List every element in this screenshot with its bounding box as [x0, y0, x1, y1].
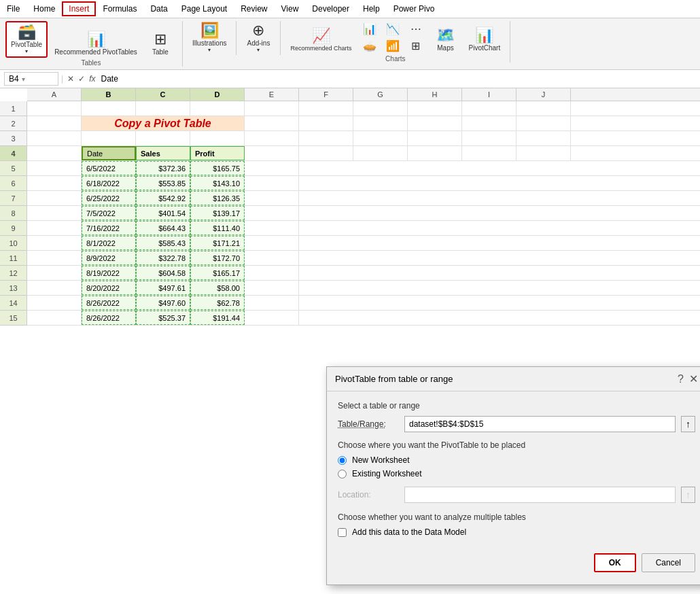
col-header-d[interactable]: D	[190, 88, 245, 101]
cell-d7[interactable]: $126.35	[190, 191, 245, 205]
cell-c8[interactable]: $401.54	[136, 206, 190, 220]
cell-d15[interactable]: $191.44	[190, 311, 245, 325]
recommended-pivottables-button[interactable]: 📊 Recommended PivotTables	[50, 30, 141, 58]
col-header-b[interactable]: B	[82, 88, 136, 101]
cell-b8[interactable]: 7/5/2022	[82, 206, 136, 220]
cell-e4[interactable]	[245, 146, 299, 160]
cell-e8[interactable]	[245, 206, 299, 220]
cell-b6[interactable]: 6/18/2022	[82, 176, 136, 190]
row-header-5[interactable]: 5	[0, 161, 27, 176]
cell-b14[interactable]: 8/26/2022	[82, 296, 136, 310]
cell-b4-header[interactable]: Date	[82, 146, 136, 160]
cell-c13[interactable]: $497.61	[136, 281, 190, 295]
col-header-i[interactable]: I	[462, 88, 517, 101]
line-chart-button[interactable]: 📉	[382, 21, 404, 37]
cell-d1[interactable]	[190, 101, 245, 116]
cell-f4[interactable]	[299, 146, 353, 160]
menu-formulas[interactable]: Formulas	[96, 1, 143, 16]
cell-e2[interactable]	[245, 116, 299, 130]
ok-button[interactable]: OK	[594, 553, 636, 572]
location-input[interactable]	[404, 487, 676, 503]
cell-d4-header[interactable]: Profit	[190, 146, 245, 160]
cell-i4[interactable]	[462, 146, 517, 160]
cell-a3[interactable]	[27, 131, 82, 145]
cell-e14[interactable]	[245, 296, 299, 310]
cell-b7[interactable]: 6/25/2022	[82, 191, 136, 205]
cancel-button[interactable]: Cancel	[642, 553, 695, 572]
col-header-a[interactable]: A	[27, 88, 82, 101]
cell-c7[interactable]: $542.92	[136, 191, 190, 205]
cell-j1[interactable]	[517, 101, 571, 116]
cell-g1[interactable]	[353, 101, 408, 116]
cell-a11[interactable]	[27, 251, 82, 265]
cell-i2[interactable]	[462, 116, 517, 130]
cell-a12[interactable]	[27, 266, 82, 280]
cell-e9[interactable]	[245, 221, 299, 235]
menu-pagelayout[interactable]: Page Layout	[175, 1, 234, 16]
cell-e13[interactable]	[245, 281, 299, 295]
cell-a13[interactable]	[27, 281, 82, 295]
col-header-f[interactable]: F	[299, 88, 353, 101]
cell-c11[interactable]: $322.78	[136, 251, 190, 265]
cell-j3[interactable]	[517, 131, 571, 145]
cell-b10[interactable]: 8/1/2022	[82, 236, 136, 250]
col-header-g[interactable]: G	[353, 88, 408, 101]
cell-d3[interactable]	[190, 131, 245, 145]
cell-c5[interactable]: $372.36	[136, 161, 190, 175]
menu-file[interactable]: File	[0, 1, 27, 16]
row-header-9[interactable]: 9	[0, 221, 27, 236]
maps-button[interactable]: 🗺️ Maps	[430, 26, 462, 54]
menu-help[interactable]: Help	[356, 1, 387, 16]
menu-review[interactable]: Review	[234, 1, 274, 16]
col-header-h[interactable]: H	[408, 88, 462, 101]
row-header-3[interactable]: 3	[0, 131, 27, 146]
cell-a10[interactable]	[27, 236, 82, 250]
cell-b3[interactable]	[82, 131, 136, 145]
area-chart-button[interactable]: 📶	[382, 38, 404, 54]
cell-c6[interactable]: $553.85	[136, 176, 190, 190]
cell-e1[interactable]	[245, 101, 299, 116]
cell-a15[interactable]	[27, 311, 82, 325]
cell-d8[interactable]: $139.17	[190, 206, 245, 220]
cell-c3[interactable]	[136, 131, 190, 145]
illustrations-button[interactable]: 🖼️ Illustrations ▾	[188, 21, 231, 55]
cell-b5[interactable]: 6/5/2022	[82, 161, 136, 175]
cell-b11[interactable]: 8/9/2022	[82, 251, 136, 265]
cell-a2[interactable]	[27, 116, 82, 130]
row-header-4[interactable]: 4	[0, 146, 27, 161]
cell-c4-header[interactable]: Sales	[136, 146, 190, 160]
cancel-formula-icon[interactable]: ✕	[67, 74, 74, 84]
cell-e7[interactable]	[245, 191, 299, 205]
cell-j4[interactable]	[517, 146, 571, 160]
menu-data[interactable]: Data	[143, 1, 174, 16]
cell-g4[interactable]	[353, 146, 408, 160]
cell-d6[interactable]: $143.10	[190, 176, 245, 190]
row-header-1[interactable]: 1	[0, 101, 27, 116]
cell-a5[interactable]	[27, 161, 82, 175]
menu-developer[interactable]: Developer	[305, 1, 356, 16]
row-header-12[interactable]: 12	[0, 266, 27, 281]
row-header-7[interactable]: 7	[0, 191, 27, 206]
cell-h4[interactable]	[408, 146, 462, 160]
table-button[interactable]: ⊞ Table	[144, 30, 177, 58]
confirm-formula-icon[interactable]: ✓	[78, 74, 85, 84]
addins-button[interactable]: ⊕ Add-ins ▾	[242, 21, 275, 55]
waterfall-chart-button[interactable]: ⊞	[405, 38, 427, 54]
cell-j2[interactable]	[517, 116, 571, 130]
dialog-table-range-input[interactable]	[404, 416, 676, 432]
row-header-13[interactable]: 13	[0, 281, 27, 296]
cell-b2-title[interactable]: Copy a Pivot Table	[82, 116, 245, 130]
dialog-help-button[interactable]: ?	[678, 373, 684, 385]
cell-e12[interactable]	[245, 266, 299, 280]
cell-d10[interactable]: $171.21	[190, 236, 245, 250]
cell-g3[interactable]	[353, 131, 408, 145]
cell-b15[interactable]: 8/26/2022	[82, 311, 136, 325]
cell-h3[interactable]	[408, 131, 462, 145]
cell-b13[interactable]: 8/20/2022	[82, 281, 136, 295]
scatter-chart-button[interactable]: ⋯	[405, 21, 427, 37]
cell-e5[interactable]	[245, 161, 299, 175]
cell-e15[interactable]	[245, 311, 299, 325]
row-header-8[interactable]: 8	[0, 206, 27, 221]
cell-reference-box[interactable]: B4 ▾	[4, 72, 58, 86]
cell-d12[interactable]: $165.17	[190, 266, 245, 280]
